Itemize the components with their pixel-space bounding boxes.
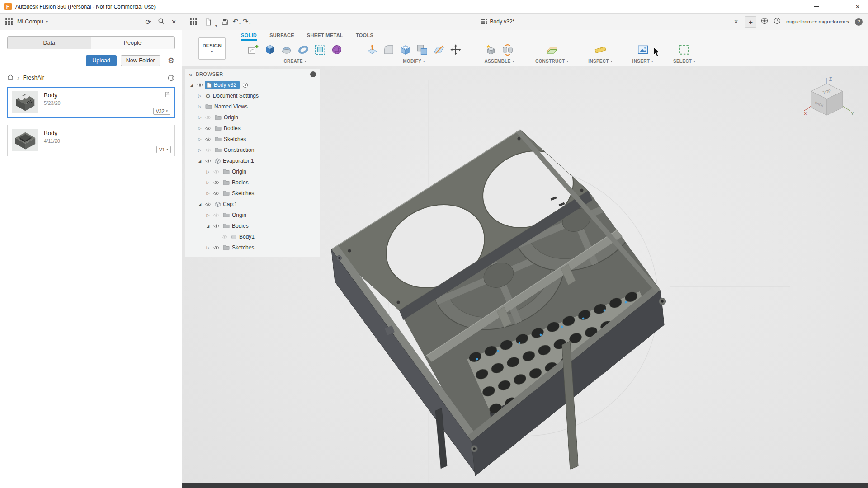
toolgroup-menu-insert[interactable]: INSERT▾ — [632, 59, 653, 64]
browser-tree-row[interactable]: ▷Origin — [185, 166, 320, 177]
browser-tree-row[interactable]: ◢Evaporator:1 — [185, 155, 320, 166]
extensions-icon[interactable] — [761, 17, 768, 26]
undo-button[interactable]: ↶ ▾ — [232, 18, 241, 25]
project-selector[interactable]: Mi-Compu ▾ — [17, 19, 48, 25]
visibility-eye-icon[interactable] — [212, 245, 221, 250]
visibility-eye-icon[interactable] — [203, 148, 213, 152]
expander-expanded-icon[interactable]: ◢ — [196, 159, 203, 163]
save-button[interactable] — [219, 15, 231, 28]
data-panel-tab-data[interactable]: Data — [8, 37, 91, 49]
insert-canvas-icon[interactable] — [635, 42, 651, 57]
ribbon-tab-solid[interactable]: SOLID — [241, 33, 257, 41]
visibility-eye-icon[interactable] — [203, 202, 213, 206]
tree-item-label[interactable]: Bodies — [232, 223, 249, 229]
expander-collapsed-icon[interactable]: ▷ — [196, 104, 203, 109]
select-icon[interactable] — [676, 42, 692, 57]
home-icon[interactable] — [7, 74, 14, 81]
tree-item-label[interactable]: Construction — [224, 147, 254, 153]
expander-expanded-icon[interactable]: ◢ — [188, 83, 195, 87]
expander-collapsed-icon[interactable]: ▷ — [204, 180, 212, 185]
tree-item-label[interactable]: Named Views — [214, 103, 248, 110]
browser-tree-row[interactable]: ▷Construction — [185, 145, 320, 155]
visibility-eye-icon[interactable] — [220, 235, 229, 239]
version-selector[interactable]: V32▾ — [153, 108, 170, 115]
activate-component-icon[interactable] — [242, 82, 248, 88]
document-tab[interactable]: Body v32* ✕ — [252, 14, 744, 30]
tree-item-label[interactable]: Origin — [232, 169, 246, 175]
maximize-button[interactable] — [826, 0, 847, 13]
sweep-icon[interactable] — [296, 42, 311, 57]
browser-tree-row[interactable]: ◢Body v32 — [185, 80, 320, 90]
refresh-icon[interactable]: ⟳ — [146, 19, 151, 25]
browser-tree-row[interactable]: ▷Named Views — [185, 101, 320, 112]
browser-filter-icon[interactable]: – — [310, 71, 316, 77]
new-component-icon[interactable] — [483, 42, 499, 57]
revolve-icon[interactable] — [279, 42, 294, 57]
tree-item-label[interactable]: Bodies — [224, 125, 241, 131]
expander-expanded-icon[interactable]: ◢ — [196, 202, 203, 206]
expander-expanded-icon[interactable]: ◢ — [204, 224, 212, 228]
tree-item-label[interactable]: Sketches — [224, 136, 246, 142]
expander-collapsed-icon[interactable]: ▷ — [204, 169, 212, 174]
expander-collapsed-icon[interactable]: ▷ — [196, 94, 203, 98]
job-status-icon[interactable] — [774, 17, 781, 26]
visibility-eye-icon[interactable] — [195, 83, 205, 87]
redo-button[interactable]: ↷ ▾ — [242, 18, 250, 25]
toolgroup-menu-inspect[interactable]: INSPECT▾ — [588, 59, 612, 64]
browser-tree-row[interactable]: ▷Sketches — [185, 242, 320, 253]
move-copy-icon[interactable] — [448, 42, 463, 57]
visibility-eye-icon[interactable] — [203, 159, 213, 163]
browser-tree-row[interactable]: ◢Cap:1 — [185, 199, 320, 210]
toolgroup-menu-select[interactable]: SELECT▾ — [673, 59, 695, 64]
help-icon[interactable]: ? — [855, 18, 863, 26]
browser-tree-row[interactable]: ▷⚙Document Settings — [185, 90, 320, 101]
shell-icon[interactable] — [398, 42, 413, 57]
tree-item-label[interactable]: Sketches — [232, 244, 254, 251]
toolgroup-menu-modify[interactable]: MODIFY▾ — [403, 59, 425, 64]
expander-collapsed-icon[interactable]: ▷ — [196, 148, 203, 152]
tree-item-label[interactable]: Document Settings — [213, 93, 259, 99]
tree-item-label[interactable]: Origin — [232, 212, 246, 218]
joint-icon[interactable] — [500, 42, 515, 57]
browser-tree-row[interactable]: ▷Origin — [185, 112, 320, 123]
extrude-icon[interactable] — [262, 42, 278, 57]
data-panel-tab-people[interactable]: People — [91, 37, 175, 49]
combine-icon[interactable] — [415, 42, 430, 57]
close-tab-icon[interactable]: ✕ — [731, 17, 741, 26]
search-icon[interactable] — [158, 18, 165, 26]
viewcube[interactable]: TOP BACK X Y Z — [802, 76, 856, 130]
visibility-eye-icon[interactable] — [203, 126, 213, 131]
browser-tree-row[interactable]: ◢Bodies — [185, 221, 320, 231]
file-menu-button[interactable]: ▾ — [201, 15, 217, 28]
close-window-button[interactable]: ✕ — [847, 0, 868, 13]
workspace-selector[interactable]: DESIGN ▾ — [198, 37, 226, 60]
minimize-button[interactable] — [806, 0, 826, 13]
expander-collapsed-icon[interactable]: ▷ — [204, 213, 212, 217]
visibility-eye-icon[interactable] — [203, 137, 213, 141]
create-sketch-icon[interactable] — [245, 42, 261, 57]
browser-tree-row[interactable]: ▷Origin — [185, 210, 320, 221]
tree-item-label[interactable]: Body v32 — [214, 82, 236, 88]
toolgroup-menu-create[interactable]: CREATE▾ — [284, 59, 307, 64]
fillet-icon[interactable] — [381, 42, 396, 57]
version-selector[interactable]: V1▾ — [156, 146, 171, 153]
toolgroup-menu-assemble[interactable]: ASSEMBLE▾ — [485, 59, 514, 64]
expander-collapsed-icon[interactable]: ▷ — [204, 191, 212, 196]
visibility-eye-icon[interactable] — [212, 169, 221, 174]
visibility-eye-icon[interactable] — [203, 115, 213, 120]
split-face-icon[interactable] — [431, 42, 447, 57]
expander-collapsed-icon[interactable]: ▷ — [204, 245, 212, 250]
expander-collapsed-icon[interactable]: ▷ — [196, 115, 203, 120]
hub-grid-icon[interactable] — [5, 18, 13, 25]
toolgroup-menu-construct[interactable]: CONSTRUCT▾ — [535, 59, 568, 64]
new-folder-button[interactable]: New Folder — [121, 55, 160, 66]
apps-grid-icon[interactable] — [188, 15, 199, 28]
breadcrumb-folder[interactable]: FreshAir — [23, 75, 44, 81]
collapse-panel-icon[interactable]: « — [189, 71, 192, 77]
upload-button[interactable]: Upload — [86, 55, 117, 66]
ribbon-tab-surface[interactable]: SURFACE — [269, 33, 294, 41]
visibility-eye-icon[interactable] — [212, 213, 221, 217]
tree-item-label[interactable]: Origin — [224, 114, 238, 121]
construction-plane-icon[interactable] — [544, 42, 560, 57]
tree-item-label[interactable]: Sketches — [232, 190, 254, 197]
